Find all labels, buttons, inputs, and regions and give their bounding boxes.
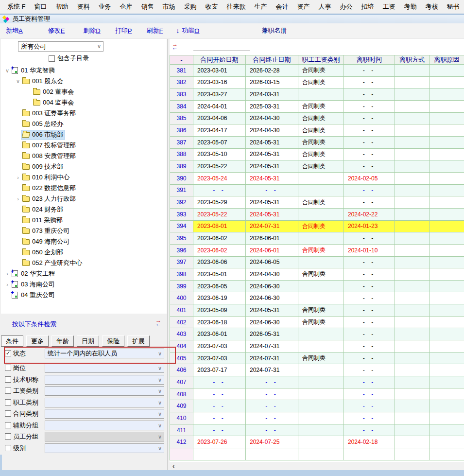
table-row[interactable]: 3832023-03-272024-03-31- - <box>170 88 464 101</box>
table-row[interactable]: 3842024-04-012025-03-31合同制类- - <box>170 101 464 113</box>
table-row[interactable]: 4122023-07-262024-07-252024-02-18 <box>170 436 464 448</box>
filter-checkbox[interactable] <box>5 433 11 440</box>
tree-item[interactable]: 006 市场部 <box>1 129 167 140</box>
tree-item[interactable]: 002 董事会 <box>1 87 167 97</box>
menu-item[interactable]: 考勤 <box>400 1 421 13</box>
menu-item[interactable]: 考核 <box>421 1 443 13</box>
tree-item[interactable]: ›010 利润中心 <box>1 172 167 183</box>
menu-item[interactable]: 仓库 <box>116 1 137 13</box>
tree-item[interactable]: 024 财务部 <box>1 204 167 215</box>
tree-item[interactable]: 007 投标管理部 <box>1 140 167 151</box>
expand-closed-icon[interactable]: › <box>4 271 11 277</box>
tree-item[interactable]: 008 安质管理部 <box>1 151 167 161</box>
filter-tab[interactable]: 年龄 <box>52 335 74 347</box>
menu-item[interactable]: 办公 <box>336 1 357 13</box>
menu-item[interactable]: 资产 <box>293 1 314 13</box>
table-row[interactable]: 3882023-05-102024-05-31合同制类- - <box>170 149 464 161</box>
table-row[interactable]: 3852023-04-062024-04-30合同制类- - <box>170 113 464 125</box>
table-row[interactable]: 3982023-05-012024-04-30合同制类- - <box>170 268 464 281</box>
expand-closed-icon[interactable]: › <box>15 196 21 202</box>
column-header[interactable]: 合同开始日期 <box>193 55 246 65</box>
transfer-arrows-icon[interactable]: →← <box>172 43 178 50</box>
filter-checkbox[interactable] <box>5 410 11 417</box>
menu-item[interactable]: 往来款 <box>223 1 250 13</box>
function-button[interactable]: ↓功能O <box>176 26 199 35</box>
menu-item[interactable]: 人事 <box>314 1 336 13</box>
filter-checkbox[interactable]: ✓ <box>5 350 11 356</box>
table-row[interactable]: 411- -- -- - <box>170 424 464 437</box>
tree-item[interactable]: 052 产业研究中心 <box>1 258 167 268</box>
table-row[interactable]: 4042023-07-032024-07-31- - <box>170 340 464 353</box>
filter-tab[interactable]: 保险 <box>102 335 124 347</box>
tree-item[interactable]: 009 技术部 <box>1 161 167 172</box>
menu-item[interactable]: 秘书 <box>443 1 464 13</box>
add-button[interactable]: 新增A <box>6 26 23 35</box>
filter-checkbox[interactable] <box>5 376 11 383</box>
menu-item[interactable]: 生产 <box>250 1 272 13</box>
filter-select[interactable]: ∨ <box>45 363 164 373</box>
tree-item[interactable]: ›023 人力行政部 <box>1 194 167 204</box>
menu-item[interactable]: 采购 <box>180 1 201 13</box>
filter-checkbox[interactable] <box>5 388 11 394</box>
tree-item[interactable]: ›02 华安工程 <box>1 268 167 279</box>
expand-closed-icon[interactable]: › <box>4 282 11 287</box>
filter-select[interactable]: ∨ <box>45 421 164 430</box>
table-row[interactable]: 409- -- -- - <box>170 400 464 412</box>
filter-select[interactable]: ∨ <box>45 432 164 441</box>
column-header[interactable]: 离职时间 <box>344 55 395 65</box>
filter-select[interactable]: ∨ <box>45 443 164 453</box>
table-row[interactable]: 3972023-06-062024-06-05- - <box>170 257 464 269</box>
table-row[interactable]: 391- -- -- - <box>170 185 464 197</box>
filter-checkbox[interactable] <box>5 399 11 405</box>
menu-item[interactable]: 招培 <box>357 1 378 13</box>
table-row[interactable]: 3812023-03-012026-02-28合同制类- - <box>170 65 464 77</box>
filter-tab[interactable]: 更多 <box>26 335 49 347</box>
horizontal-scrollbar[interactable]: ‹ <box>170 462 464 470</box>
column-header[interactable]: 离职方式 <box>395 55 430 65</box>
table-row[interactable]: 4022023-06-182024-06-30合同制类- - <box>170 317 464 329</box>
menu-item[interactable]: 收支 <box>201 1 223 13</box>
tree-item[interactable]: 005 总经办 <box>1 119 167 129</box>
filter-select[interactable]: ∨ <box>45 375 164 385</box>
table-row[interactable]: 4032023-06-012026-05-31- - <box>170 328 464 340</box>
menu-item[interactable]: 窗口 <box>30 1 52 13</box>
include-subdir-checkbox[interactable]: 包含子目录 <box>49 54 89 63</box>
expand-open-icon[interactable]: ∨ <box>15 78 21 85</box>
table-row[interactable]: 4062023-07-172024-07-31- - <box>170 364 464 376</box>
column-header[interactable]: 离职原因 <box>430 55 464 65</box>
table-row[interactable]: 3952023-06-022026-06-01- - <box>170 232 464 245</box>
table-row[interactable]: 3992023-06-052024-06-30- - <box>170 281 464 293</box>
menu-item[interactable]: 资料 <box>73 1 94 13</box>
column-header[interactable]: 合同终止日期 <box>246 55 298 65</box>
table-row-empty[interactable] <box>170 448 464 460</box>
tree-item[interactable]: ›03 海南公司 <box>1 279 167 290</box>
tree-item[interactable]: 04 重庆公司 <box>1 290 167 300</box>
column-header[interactable]: 职工工资类别 <box>298 55 344 65</box>
company-select[interactable]: 所有公司 ∨ <box>18 41 103 52</box>
column-header[interactable]: - <box>170 55 193 65</box>
table-row[interactable]: 3892023-05-222024-05-31合同制类- - <box>170 160 464 173</box>
filter-checkbox[interactable] <box>5 422 11 428</box>
menu-item[interactable]: 工资 <box>378 1 400 13</box>
table-row[interactable]: 3862023-04-172024-04-30合同制类- - <box>170 124 464 137</box>
menu-item[interactable]: 市场 <box>158 1 180 13</box>
table-row[interactable]: 4012023-05-092024-05-31合同制类- - <box>170 304 464 317</box>
delete-button[interactable]: 删除D <box>83 26 100 35</box>
tree-item[interactable]: ∨01 华龙智腾 <box>1 65 167 76</box>
tree-item[interactable]: 049 海南公司 <box>1 236 167 247</box>
table-row[interactable]: 3822023-03-162026-03-15合同制类- - <box>170 77 464 89</box>
filter-checkbox[interactable] <box>5 445 11 451</box>
filter-checkbox[interactable] <box>5 365 11 371</box>
tree-item[interactable]: 022 数据信息部 <box>1 183 167 194</box>
table-row[interactable]: 407- -- -- - <box>170 376 464 388</box>
filter-tab[interactable]: 日期 <box>77 335 99 347</box>
menu-item[interactable]: 业务 <box>94 1 116 13</box>
tree-item[interactable]: 011 采购部 <box>1 215 167 226</box>
modify-button[interactable]: 修改E <box>48 26 65 35</box>
filter-select[interactable]: ∨ <box>45 398 164 407</box>
table-row[interactable]: 3942023-08-012024-07-31合同制类2024-01-23 <box>170 221 464 233</box>
table-row[interactable]: 3932023-05-222024-05-312024-02-22 <box>170 209 464 221</box>
menu-item[interactable]: 系统 F <box>3 1 30 13</box>
filter-tab[interactable]: 扩展 <box>127 335 150 347</box>
table-row[interactable]: 410- -- -- - <box>170 412 464 424</box>
